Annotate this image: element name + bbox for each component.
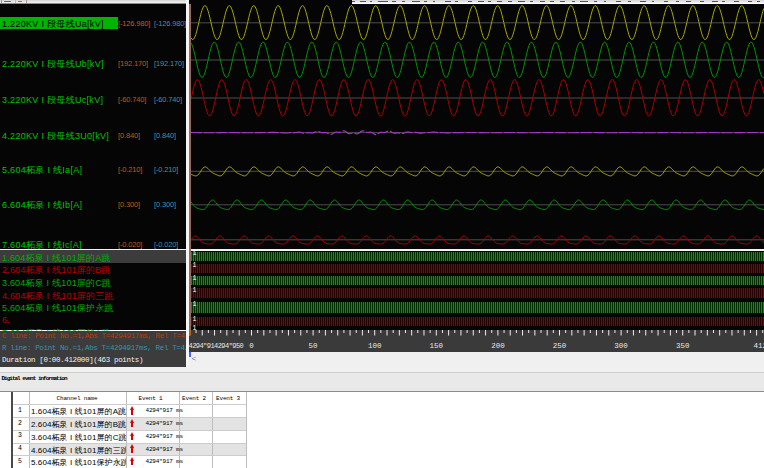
svg-text:4294"914294"950: 4294"914294"950 [189,342,244,350]
svg-text:200: 200 [491,342,505,350]
svg-text:50: 50 [309,342,319,350]
svg-text:250: 250 [553,342,567,350]
svg-text:300: 300 [614,342,628,350]
svg-text:150: 150 [430,342,444,350]
svg-text:100: 100 [368,342,382,350]
svg-text:0: 0 [249,342,254,350]
svg-text:412: 412 [753,342,764,350]
svg-text:350: 350 [676,342,690,350]
